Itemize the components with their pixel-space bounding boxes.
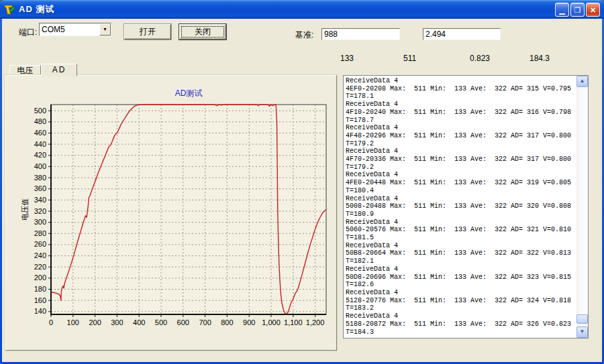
log-line: 4F10-20240 Max: 511 Min: 133 Ave: 322 AD… — [346, 109, 575, 117]
reference-label: 基准: — [295, 29, 313, 41]
log-line: 50D8-20696 Max: 511 Min: 133 Ave: 322 AD… — [346, 274, 575, 282]
stat-temp-value: 184.3 — [530, 54, 550, 63]
svg-text:220: 220 — [34, 263, 46, 271]
title-bar[interactable]: AD 测试 ▁ ❐ ✕ — [0, 0, 604, 19]
log-line: ReceiveData 4 — [346, 195, 575, 203]
svg-text:1,200: 1,200 — [306, 318, 325, 326]
scrollbar-thumb[interactable] — [576, 314, 588, 324]
minimize-icon: ▁ — [556, 4, 568, 16]
svg-text:1,000: 1,000 — [262, 318, 281, 326]
scroll-up-icon[interactable]: ▲ — [576, 76, 588, 87]
minimize-button[interactable]: ▁ — [555, 3, 569, 17]
client-area: 端口: COM5 ▼ 打开 关闭 基准: 133 511 0.823 184.3… — [2, 19, 602, 362]
log-line: 4F48-20296 Max: 511 Min: 133 Ave: 322 AD… — [346, 132, 575, 140]
log-line: ReceiveData 4 — [346, 124, 575, 132]
svg-text:280: 280 — [34, 229, 46, 237]
log-line: 4F70-20336 Max: 511 Min: 133 Ave: 322 AD… — [346, 156, 575, 164]
port-label: 端口: — [19, 27, 37, 38]
log-line: ReceiveData 4 — [346, 312, 575, 320]
receive-log-panel[interactable]: ReceiveData 44EF0-20208 Max: 511 Min: 13… — [343, 75, 589, 339]
open-button[interactable]: 打开 — [124, 24, 171, 40]
svg-text:AD测试: AD测试 — [175, 88, 203, 98]
log-line: 4EF0-20208 Max: 511 Min: 133 Ave: 322 AD… — [346, 85, 575, 93]
svg-text:200: 200 — [34, 274, 46, 282]
svg-text:360: 360 — [34, 184, 46, 192]
log-scrollbar[interactable]: ▲ ▼ — [576, 76, 588, 338]
close-icon: ✕ — [587, 4, 599, 16]
app-window: AD 测试 ▁ ❐ ✕ 端口: COM5 ▼ 打开 关闭 基准: 133 511… — [0, 0, 604, 364]
log-line: T=178.1 — [346, 93, 575, 101]
svg-text:800: 800 — [221, 318, 233, 326]
log-line: 5128-20776 Max: 511 Min: 133 Ave: 322 AD… — [346, 297, 575, 305]
svg-text:500: 500 — [34, 107, 46, 115]
port-combobox[interactable]: COM5 ▼ — [39, 23, 111, 36]
tab-ad[interactable]: AD — [41, 64, 77, 76]
chart-panel: 1401601802002202402602803003203403603804… — [5, 75, 337, 351]
log-line: T=182.1 — [346, 257, 575, 265]
ad-chart: 1401601802002202402602803003203403603804… — [6, 76, 336, 350]
dropdown-arrow-icon[interactable]: ▼ — [99, 23, 111, 36]
log-line: ReceiveData 4 — [346, 265, 575, 274]
maximize-icon: ❐ — [571, 4, 584, 16]
svg-text:900: 900 — [243, 318, 255, 326]
reference-input-2[interactable] — [423, 28, 501, 40]
log-line: 5008-20488 Max: 511 Min: 133 Ave: 322 AD… — [346, 202, 575, 210]
stat-min-value: 133 — [340, 54, 354, 63]
log-line: ReceiveData 4 — [346, 242, 575, 250]
svg-text:电压值: 电压值 — [21, 198, 29, 221]
svg-text:240: 240 — [34, 251, 46, 259]
maximize-button[interactable]: ❐ — [570, 3, 585, 17]
svg-text:420: 420 — [34, 151, 46, 159]
log-line: ReceiveData 4 — [346, 171, 575, 179]
svg-text:480: 480 — [34, 117, 46, 125]
svg-text:180: 180 — [34, 285, 46, 293]
svg-text:0: 0 — [49, 318, 53, 326]
svg-text:300: 300 — [34, 218, 46, 226]
svg-text:1,100: 1,100 — [284, 318, 303, 326]
svg-text:380: 380 — [34, 174, 46, 182]
log-line: T=179.2 — [346, 140, 575, 148]
svg-text:500: 500 — [155, 318, 167, 326]
tab-voltage[interactable]: 电压 — [9, 65, 41, 76]
svg-text:400: 400 — [34, 162, 46, 170]
svg-text:700: 700 — [199, 318, 211, 326]
svg-text:400: 400 — [133, 318, 145, 326]
log-line: ReceiveData 4 — [346, 289, 575, 297]
reference-input-1[interactable] — [321, 28, 400, 40]
svg-text:260: 260 — [34, 240, 46, 248]
log-line: ReceiveData 4 — [346, 147, 575, 156]
port-combobox-value: COM5 — [40, 23, 99, 36]
close-button[interactable]: ✕ — [586, 3, 600, 17]
window-title: AD 测试 — [19, 3, 555, 15]
scroll-down-icon[interactable]: ▼ — [576, 326, 588, 338]
svg-text:460: 460 — [34, 129, 46, 137]
log-list[interactable]: ReceiveData 44EF0-20208 Max: 511 Min: 13… — [344, 77, 575, 336]
svg-text:340: 340 — [34, 196, 46, 204]
app-logo-icon — [4, 4, 15, 15]
svg-text:140: 140 — [34, 307, 46, 315]
svg-text:200: 200 — [89, 318, 101, 326]
log-line: 5060-20576 Max: 511 Min: 133 Ave: 322 AD… — [346, 226, 575, 234]
log-line: 5188-20872 Max: 511 Min: 133 Ave: 322 AD… — [346, 320, 575, 328]
log-line: T=178.7 — [346, 117, 575, 125]
log-line: ReceiveData 4 — [346, 77, 575, 85]
log-line: 4FE0-20448 Max: 511 Min: 133 Ave: 322 AD… — [346, 179, 575, 187]
stat-max-value: 511 — [403, 54, 416, 63]
svg-text:160: 160 — [34, 296, 46, 304]
svg-text:600: 600 — [177, 318, 189, 326]
svg-text:300: 300 — [111, 318, 123, 326]
log-line: T=183.2 — [346, 304, 575, 312]
log-line: T=182.6 — [346, 281, 575, 289]
log-line: ReceiveData 4 — [346, 219, 575, 227]
log-line: 50B8-20664 Max: 511 Min: 133 Ave: 322 AD… — [346, 249, 575, 257]
log-line: T=181.5 — [346, 234, 575, 242]
log-line: T=184.3 — [346, 328, 575, 337]
svg-text:440: 440 — [34, 140, 46, 148]
close-port-button[interactable]: 关闭 — [179, 24, 226, 40]
svg-text:100: 100 — [67, 318, 79, 326]
log-line: T=179.2 — [346, 164, 575, 172]
log-line: ReceiveData 4 — [346, 101, 575, 109]
svg-text:320: 320 — [34, 207, 46, 215]
stat-voltage-value: 0.823 — [470, 54, 490, 63]
log-line: T=180.9 — [346, 210, 575, 219]
